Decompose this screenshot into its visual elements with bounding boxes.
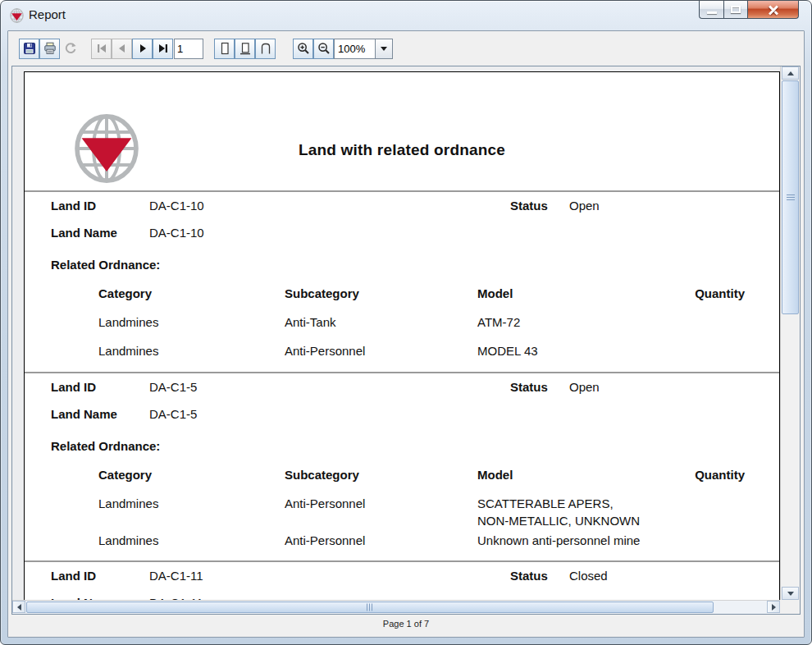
model-cell: Unknown anti-personnel mine [477,532,648,549]
next-page-button[interactable] [132,39,153,59]
zoom-out-button[interactable] [313,39,334,59]
land-id-value: DA-C1-11 [149,569,203,583]
model-cell: ATM-72 [477,313,648,331]
ordnance-row: Landmines Anti-Tank ATM-72 [98,313,745,331]
category-cell: Landmines [98,532,285,549]
app-logo-icon [10,8,24,23]
zoom-ratio-input[interactable] [334,39,375,59]
thumb-grip [367,604,373,611]
field-row: Land Name DA-C1-5 [51,407,745,423]
print-icon [43,42,57,55]
client-area: Land with related ordnance Land ID DA-C1… [7,30,805,638]
land-id-value: DA-C1-10 [149,199,204,213]
model-header: Model [477,285,648,302]
arrow-down-icon [787,592,794,596]
status-value: Open [569,380,600,394]
thumb-grip [787,194,795,201]
arrow-left-icon [17,604,21,611]
report-page: Land with related ordnance Land ID DA-C1… [24,71,780,600]
save-icon [23,42,36,55]
scroll-up-button[interactable] [782,66,799,80]
fit-page-button[interactable] [235,39,255,59]
subcategory-cell: Anti-Personnel [285,342,477,359]
status-label: Status [510,380,548,394]
reload-button[interactable] [60,39,80,59]
vertical-scrollbar[interactable] [780,66,800,600]
field-row: Land ID DA-C1-5 Status Open [51,380,745,396]
quantity-cell [648,342,745,359]
land-record: Land ID DA-C1-10 Status Open Land Name D… [25,199,779,359]
fit-width-button[interactable] [255,39,276,59]
category-cell: Landmines [98,313,285,331]
category-header: Category [98,285,285,302]
maximize-button[interactable] [723,1,748,19]
field-row: Land ID DA-C1-10 Status Open [51,199,745,215]
related-ordnance-label: Related Ordnance: [51,439,160,453]
zoom-in-button[interactable] [293,39,313,59]
last-page-button[interactable] [153,39,173,59]
page-number-input[interactable] [174,39,203,59]
arrow-up-icon [787,71,794,75]
vertical-scrollbar-thumb[interactable] [782,80,799,314]
arrow-right-icon [772,604,776,611]
model-cell: SCATTERABLE APERS, NON-METALLIC, UNKNOWN [477,495,648,529]
quantity-cell [648,495,745,529]
section-divider [25,190,779,192]
close-icon [767,4,780,16]
quantity-header: Quantity [648,285,745,302]
scrollbar-corner [780,600,800,614]
land-name-label: Land Name [51,226,117,240]
section-divider [25,560,779,562]
land-id-label: Land ID [51,380,96,394]
land-name-value: DA-C1-10 [149,226,204,240]
save-button[interactable] [19,39,39,59]
print-button[interactable] [39,39,60,59]
land-record: Land ID DA-C1-11 Status Closed Land Name… [25,569,779,600]
status-pair: Status Open [510,199,600,213]
minimize-icon [707,11,717,14]
next-page-icon [136,42,149,55]
horizontal-scrollbar[interactable] [12,600,780,614]
horizontal-scrollbar-thumb[interactable] [26,602,714,613]
window-title: Report [29,7,66,21]
scroll-down-button[interactable] [782,587,799,600]
first-page-icon [95,42,108,55]
report-header: Land with related ordnance [25,72,779,190]
model-cell: MODEL 43 [477,342,648,359]
field-row: Related Ordnance: [51,258,745,274]
actual-size-button[interactable] [214,39,235,59]
land-id-label: Land ID [51,199,96,213]
previous-page-button[interactable] [112,39,132,59]
land-id-label: Land ID [51,569,96,583]
zoom-group [286,39,393,59]
reload-icon [64,42,77,55]
close-button[interactable] [748,1,799,19]
status-label: Status [510,199,548,213]
minimize-button[interactable] [699,1,723,19]
scroll-left-button[interactable] [12,601,25,613]
status-value: Closed [569,569,608,583]
actual-size-icon [218,42,231,55]
file-group [19,39,80,59]
first-page-button[interactable] [91,39,112,59]
nav-group [91,39,203,59]
zoom-ratio-dropdown-button[interactable] [375,39,393,59]
ordnance-table-header: Category Subcategory Model Quantity [98,466,745,483]
report-window: Report [0,0,812,645]
section-divider [25,372,779,373]
last-page-icon [157,42,170,55]
quantity-cell [648,313,745,331]
scroll-right-button[interactable] [767,601,780,613]
related-ordnance-label: Related Ordnance: [51,258,160,272]
field-row: Land Name DA-C1-10 [51,226,745,242]
field-row: Related Ordnance: [51,439,745,455]
status-label: Status [510,569,548,583]
title-bar[interactable]: Report [1,1,811,30]
ordnance-row: Landmines Anti-Personnel Unknown anti-pe… [98,532,745,549]
zoom-out-icon [317,42,331,55]
window-controls [699,1,799,19]
fit-width-icon [259,42,272,55]
field-row: Land ID DA-C1-11 Status Closed [51,569,745,585]
ordnance-row: Landmines Anti-Personnel SCATTERABLE APE… [98,495,745,529]
page-scroll-area: Land with related ordnance Land ID DA-C1… [12,66,780,600]
